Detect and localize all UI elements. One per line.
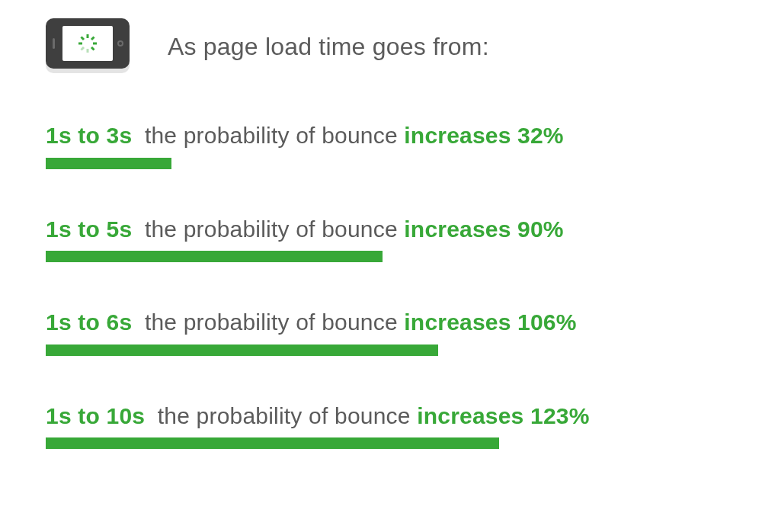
row-3-range: 1s to 6s	[46, 309, 132, 335]
row-1-incr: increases 32%	[404, 123, 563, 148]
row-4-text: 1s to 10s the probability of bounce incr…	[46, 402, 716, 431]
row-1: 1s to 3s the probability of bounce incre…	[46, 121, 716, 169]
row-4-range: 1s to 10s	[46, 403, 145, 428]
row-2-range: 1s to 5s	[46, 216, 132, 242]
row-3-incr: increases 106%	[404, 309, 576, 335]
row-3-text: 1s to 6s the probability of bounce incre…	[46, 308, 716, 337]
row-4: 1s to 10s the probability of bounce incr…	[46, 402, 716, 450]
row-4-incr: increases 123%	[417, 403, 589, 428]
phone-loading-icon	[46, 18, 130, 75]
svg-line-3	[91, 47, 94, 50]
row-1-range: 1s to 3s	[46, 123, 132, 148]
header: As page load time goes from:	[46, 18, 716, 75]
svg-line-1	[91, 37, 94, 40]
row-3-bar	[46, 345, 438, 356]
row-2-incr: increases 90%	[404, 216, 563, 242]
row-1-bar	[46, 158, 171, 169]
svg-line-5	[82, 47, 85, 50]
row-4-bar	[46, 437, 499, 449]
rows-container: 1s to 3s the probability of bounce incre…	[46, 121, 716, 449]
row-3: 1s to 6s the probability of bounce incre…	[46, 308, 716, 356]
row-1-text: 1s to 3s the probability of bounce incre…	[46, 121, 716, 150]
row-4-prob: the probability of bounce	[158, 403, 411, 428]
svg-line-7	[82, 37, 85, 40]
row-2-text: 1s to 5s the probability of bounce incre…	[46, 215, 716, 244]
row-2: 1s to 5s the probability of bounce incre…	[46, 215, 716, 263]
row-2-bar	[46, 251, 383, 262]
row-2-prob: the probability of bounce	[145, 216, 398, 242]
chart-title: As page load time goes from:	[168, 33, 489, 61]
row-1-prob: the probability of bounce	[145, 123, 398, 148]
row-3-prob: the probability of bounce	[145, 309, 398, 335]
